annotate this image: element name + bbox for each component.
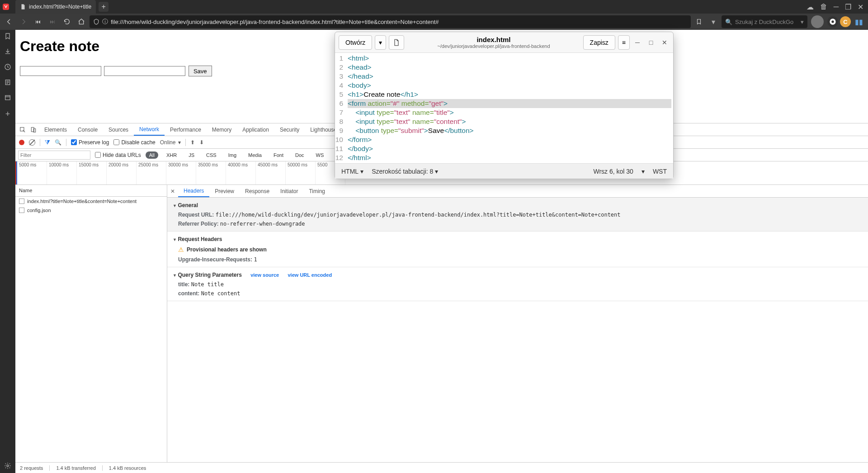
section-general-head[interactable]: General — [167, 200, 868, 210]
svg-rect-0 — [3, 4, 9, 10]
preserve-log-checkbox[interactable]: Preserve log — [71, 139, 109, 146]
new-file-button[interactable] — [389, 35, 404, 50]
open-button[interactable]: Otwórz — [339, 35, 372, 50]
chevron-down-icon[interactable]: ▾ — [707, 15, 720, 28]
section-request-headers-head[interactable]: Request Headers — [167, 234, 868, 244]
editor-maximize-button[interactable]: □ — [646, 39, 656, 46]
record-button[interactable] — [19, 140, 24, 145]
panel-toggle-icon[interactable]: ▮▮ — [853, 15, 865, 28]
profile-avatar[interactable] — [811, 15, 824, 28]
extension-icon-1[interactable] — [827, 16, 838, 27]
view-url-encoded-link[interactable]: view URL encoded — [288, 272, 332, 278]
forward-button[interactable] — [17, 15, 30, 28]
close-details-button[interactable]: ✕ — [167, 185, 178, 197]
chevron-down-icon[interactable]: ▾ — [642, 168, 645, 175]
tab-application[interactable]: Application — [237, 123, 274, 136]
tab-network[interactable]: Network — [134, 123, 165, 136]
status-requests: 2 requests — [20, 465, 50, 471]
filter-xhr[interactable]: XHR — [163, 151, 180, 159]
upload-har-icon[interactable]: ⬆ — [190, 139, 195, 146]
detail-tab-headers[interactable]: Headers — [178, 185, 209, 197]
home-button[interactable] — [75, 15, 88, 28]
back-button[interactable] — [3, 15, 15, 28]
tab-memory[interactable]: Memory — [207, 123, 237, 136]
editor-header[interactable]: Otwórz ▾ index.html ~/dev/juniorjavadeve… — [335, 32, 673, 53]
filter-doc[interactable]: Doc — [292, 151, 308, 159]
filter-icon[interactable]: ⧩ — [45, 138, 50, 146]
filter-ws[interactable]: WS — [312, 151, 328, 159]
filter-all[interactable]: All — [146, 151, 158, 159]
inspect-element-icon[interactable] — [17, 123, 28, 136]
detail-tab-preview[interactable]: Preview — [209, 185, 240, 197]
fast-forward-button[interactable]: ⏭ — [46, 15, 59, 28]
filter-img[interactable]: Img — [225, 151, 240, 159]
filter-js[interactable]: JS — [185, 151, 198, 159]
reload-button[interactable] — [61, 15, 73, 28]
name-column-header[interactable]: Name — [15, 185, 167, 197]
clear-button[interactable] — [29, 139, 35, 146]
url-bar[interactable]: ⓘ file:///home/wild-duckling/dev/juniorj… — [90, 15, 691, 28]
title-input[interactable] — [20, 66, 101, 76]
filter-input[interactable] — [18, 151, 90, 160]
history-icon[interactable] — [4, 63, 11, 71]
status-transferred: 1.4 kB transferred — [56, 465, 102, 471]
editor-close-button[interactable]: ✕ — [660, 39, 670, 46]
browser-tab[interactable]: index.html?title=Note+title — [15, 0, 96, 14]
editor-minimize-button[interactable]: ─ — [632, 39, 642, 46]
language-selector[interactable]: HTML ▾ — [341, 168, 363, 175]
tab-performance[interactable]: Performance — [165, 123, 207, 136]
window-icon[interactable] — [4, 94, 11, 101]
content-input[interactable] — [104, 66, 185, 76]
code-area[interactable]: <html> <head> </head> <body> <h1>Create … — [346, 53, 673, 163]
param-content-row: content: Note content — [167, 289, 868, 298]
info-icon[interactable]: ⓘ — [102, 18, 108, 26]
editor-body[interactable]: 123456789101112 <html> <head> </head> <b… — [335, 53, 673, 163]
cursor-position: Wrsz 6, kol 30 — [593, 168, 633, 175]
bookmark-button[interactable] — [693, 19, 705, 25]
request-row[interactable]: config.json — [15, 206, 167, 215]
filter-css[interactable]: CSS — [203, 151, 220, 159]
tab-console[interactable]: Console — [72, 123, 103, 136]
new-tab-button[interactable]: + — [99, 2, 108, 12]
minimize-button[interactable]: ─ — [834, 3, 839, 11]
close-window-button[interactable]: ✕ — [858, 3, 863, 11]
request-row[interactable]: index.html?title=Note+title&content=Note… — [15, 197, 167, 206]
rewind-button[interactable]: ⏮ — [32, 15, 44, 28]
disable-cache-checkbox[interactable]: Disable cache — [113, 139, 155, 146]
view-source-link[interactable]: view source — [250, 272, 279, 278]
extension-icon-2[interactable]: C — [840, 16, 851, 27]
insert-mode[interactable]: WST — [653, 168, 667, 175]
tab-sources[interactable]: Sources — [103, 123, 134, 136]
filter-font[interactable]: Font — [270, 151, 287, 159]
status-resources: 1.4 kB resources — [109, 465, 153, 471]
bookmarks-icon[interactable] — [4, 33, 11, 40]
vivaldi-icon[interactable] — [3, 4, 9, 10]
gear-icon[interactable] — [4, 462, 11, 469]
trash-icon[interactable]: 🗑 — [820, 3, 827, 11]
tab-elements[interactable]: Elements — [39, 123, 72, 136]
shield-icon[interactable] — [93, 19, 99, 25]
save-button[interactable]: Save — [189, 66, 212, 76]
tab-security[interactable]: Security — [274, 123, 305, 136]
add-panel-icon[interactable]: + — [5, 109, 10, 119]
notes-icon[interactable] — [4, 79, 11, 86]
throttling-select[interactable]: Online ▾ — [160, 139, 181, 146]
chevron-down-icon[interactable]: ▾ — [801, 19, 804, 25]
save-file-button[interactable]: Zapisz — [583, 35, 615, 50]
tab-width-selector[interactable]: Szerokość tabulacji: 8 ▾ — [372, 168, 438, 175]
detail-tab-timing[interactable]: Timing — [303, 185, 330, 197]
search-icon[interactable]: 🔍 — [55, 139, 61, 146]
detail-tab-response[interactable]: Response — [240, 185, 275, 197]
filter-media[interactable]: Media — [245, 151, 265, 159]
detail-tab-initiator[interactable]: Initiator — [275, 185, 303, 197]
hamburger-menu-button[interactable]: ≡ — [618, 35, 630, 50]
download-har-icon[interactable]: ⬇ — [199, 139, 204, 146]
downloads-icon[interactable] — [4, 48, 11, 55]
open-menu-button[interactable]: ▾ — [375, 35, 386, 50]
device-toggle-icon[interactable] — [28, 123, 39, 136]
search-box[interactable]: 🔍 Szukaj z DuckDuckGo ▾ — [722, 15, 807, 28]
hide-data-urls-checkbox[interactable]: Hide data URLs — [95, 152, 141, 158]
section-query-params-head[interactable]: Query String Parameters view source view… — [167, 270, 868, 280]
cloud-icon[interactable]: ☁ — [807, 3, 814, 11]
maximize-button[interactable]: ❐ — [845, 3, 851, 11]
